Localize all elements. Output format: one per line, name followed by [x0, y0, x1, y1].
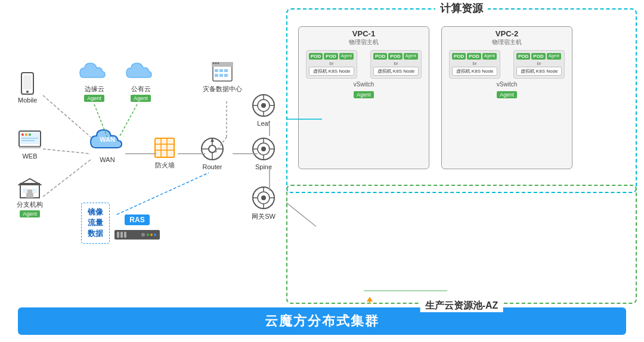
svg-rect-72 [32, 188, 37, 193]
gateway-sw-label: 网关SW [252, 212, 275, 221]
svg-rect-77 [224, 69, 228, 72]
compute-region: 计算资源 VPC-1 物理宿主机 POD POD Agent br 虚拟机 K8… [286, 8, 637, 193]
vpc1-vswitch: vSwitch [299, 81, 429, 88]
phys-host-3: POD POD Agent br 虚拟机 K8S Node [449, 50, 500, 79]
compute-region-title: 计算资源 [435, 1, 488, 15]
branch-icon [18, 178, 42, 199]
k8s-node-label-4: 虚拟机 K8S Node [518, 68, 560, 74]
svg-point-64 [25, 133, 27, 136]
k8s-node-label-1: 虚拟机 K8S Node [311, 68, 352, 74]
web-label: WEB [22, 153, 37, 160]
phys-host-1: POD POD Agent br 虚拟机 K8S Node [306, 50, 357, 79]
router-icon [199, 136, 225, 162]
ras-device-icon [113, 228, 161, 242]
edge-cloud-icon [78, 60, 111, 83]
firewall-label: 防火墙 [155, 161, 175, 170]
pod-4: POD [388, 53, 402, 60]
svg-rect-120 [120, 232, 123, 238]
svg-point-63 [21, 133, 24, 136]
agent-pod3: Agent [482, 53, 497, 60]
router-node: Router [199, 136, 225, 170]
pod-8: POD [531, 53, 545, 60]
mobile-icon [18, 71, 37, 95]
router-label: Router [202, 163, 222, 170]
vpc1-agent: Agent [354, 91, 374, 98]
vpc2-agent: Agent [497, 91, 517, 98]
gateway-sw-icon [250, 185, 277, 211]
svg-point-65 [29, 133, 31, 136]
firewall-node: 防火墙 [153, 136, 177, 170]
ras-node: RAS [113, 214, 161, 242]
pod-1: POD [309, 53, 323, 60]
pod-6: POD [467, 53, 481, 60]
branch-node: 分支机构 Agent [17, 178, 43, 217]
spine-label: Spine [255, 163, 272, 170]
wan-node: WAN WAN [88, 125, 126, 163]
svg-rect-78 [215, 74, 218, 77]
svg-point-81 [213, 63, 215, 64]
svg-point-125 [154, 234, 156, 236]
vpc2-phys-label: 物理宿主机 [442, 38, 572, 46]
spine-node: Spine [250, 136, 277, 170]
svg-point-113 [261, 195, 266, 200]
web-node: WEB [18, 130, 42, 160]
public-cloud-node: 公有云 Agent [124, 60, 157, 102]
pod-5: POD [452, 53, 466, 60]
svg-point-106 [261, 103, 266, 108]
pod-3: POD [373, 53, 387, 60]
br-label-2: br [373, 61, 419, 66]
svg-rect-71 [23, 188, 27, 193]
firewall-icon [153, 136, 177, 160]
agent-pod2: Agent [404, 53, 418, 60]
svg-rect-79 [219, 74, 223, 77]
svg-point-59 [26, 91, 29, 93]
spine-icon [250, 136, 277, 162]
disaster-center-label: 灾备数据中心 [203, 85, 242, 94]
public-cloud-label: 公有云 [131, 85, 151, 94]
svg-rect-76 [219, 69, 223, 72]
svg-point-91 [209, 145, 216, 153]
mirror-box: 镜像 流量 数据 [81, 203, 110, 244]
leaf-icon [250, 92, 277, 119]
mobile-label: Mobile [18, 97, 37, 104]
svg-rect-74 [212, 62, 233, 67]
phys-host-4: POD POD Agent br 虚拟机 K8S Node [513, 50, 565, 79]
edge-cloud-label: 边缘云 [85, 85, 104, 94]
br-label-4: br [516, 61, 562, 66]
gateway-sw-node: 网关SW [250, 185, 277, 221]
public-cloud-icon [124, 60, 157, 83]
svg-rect-121 [124, 232, 126, 238]
wan-icon: WAN [88, 125, 126, 155]
svg-rect-75 [215, 69, 218, 72]
svg-rect-80 [224, 74, 228, 77]
edge-cloud-node: 边缘云 Agent [78, 60, 111, 102]
mobile-node: Mobile [18, 71, 37, 104]
svg-point-83 [218, 63, 219, 64]
svg-point-99 [261, 147, 266, 151]
br-label-3: br [452, 61, 497, 66]
vpc2-box: VPC-2 物理宿主机 POD POD Agent br 虚拟机 K8S Nod… [441, 26, 572, 169]
svg-rect-119 [117, 232, 119, 238]
edge-cloud-agent: Agent [84, 95, 104, 102]
mirror-line1: 镜像 [88, 207, 103, 217]
ras-badge: RAS [125, 214, 149, 225]
vpc1-title: VPC-1 [299, 27, 429, 38]
web-icon [18, 130, 42, 151]
vpc1-phys-label: 物理宿主机 [299, 38, 429, 46]
svg-rect-58 [23, 75, 32, 89]
svg-point-122 [141, 233, 145, 237]
bottom-banner: 云魔方分布式集群 [18, 307, 626, 335]
prod-region: 生产云资源池-AZ NFV区域 NAT GW L4 LB L7 LB [286, 185, 637, 304]
svg-point-124 [150, 234, 153, 236]
diagram-container: 云魔方分布式集群 计算资源 VPC-1 物理宿主机 POD POD Agent … [0, 0, 644, 342]
branch-agent: Agent [20, 210, 40, 217]
phys-host-2: POD POD Agent br 虚拟机 K8S Node [370, 50, 422, 79]
svg-point-82 [215, 63, 217, 64]
svg-point-123 [147, 234, 149, 236]
branch-label: 分支机构 [17, 200, 43, 209]
public-cloud-agent: Agent [131, 95, 151, 102]
k8s-node-label-2: 虚拟机 K8S Node [375, 68, 417, 74]
k8s-node-label-3: 虚拟机 K8S Node [454, 68, 496, 74]
wan-label: WAN [100, 156, 114, 163]
svg-text:WAN: WAN [100, 136, 115, 143]
